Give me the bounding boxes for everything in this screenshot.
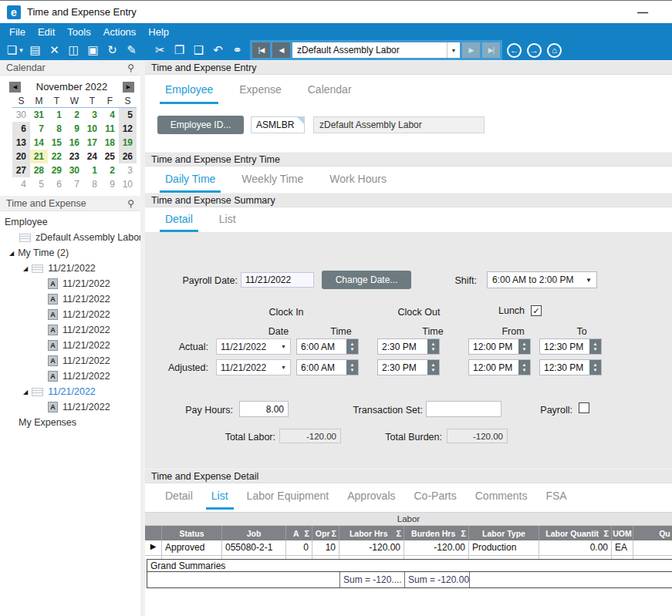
time-spinner-icon[interactable] <box>518 339 530 354</box>
tree-item[interactable]: ◢My Time (2) <box>0 245 140 261</box>
actual-date-combo[interactable]: 11/21/2022 <box>216 338 291 355</box>
home-icon[interactable]: ⌂ <box>547 43 562 58</box>
menu-item-help[interactable]: Help <box>142 26 175 38</box>
time-spinner-icon[interactable] <box>427 360 439 375</box>
paste-icon[interactable]: ❑ <box>189 41 208 59</box>
calendar-day[interactable]: 14 <box>30 136 48 150</box>
calendar-day[interactable]: 5 <box>119 108 137 122</box>
calendar-day[interactable]: 1 <box>83 163 101 177</box>
calendar-day[interactable]: 22 <box>48 150 66 163</box>
tree-item[interactable]: A11/21/2022 <box>0 353 140 369</box>
tree-item[interactable]: A11/21/2022 <box>0 338 140 353</box>
cut-icon[interactable]: ✂ <box>150 41 170 59</box>
tab-expense[interactable]: Expense <box>239 83 281 104</box>
calendar-day[interactable]: 4 <box>12 177 30 191</box>
tree-item[interactable]: zDefault Assembly Labor <box>0 230 140 245</box>
undo-icon[interactable]: ↶ <box>208 41 228 59</box>
calendar-day[interactable]: 30 <box>12 108 30 122</box>
tree-item[interactable]: A11/21/2022 <box>0 399 140 415</box>
adjusted-clock-in-time[interactable]: 6:00 AM <box>296 359 359 375</box>
calendar-day[interactable]: 29 <box>48 163 66 177</box>
tree-expander-icon[interactable]: ◢ <box>9 250 14 257</box>
search-icon[interactable]: ⚭ <box>228 41 247 59</box>
save-icon[interactable]: ▤ <box>25 41 45 59</box>
pin-icon[interactable] <box>127 62 134 73</box>
calendar-day[interactable]: 10 <box>83 122 101 136</box>
calendar-day[interactable]: 20 <box>12 150 30 163</box>
calendar-day[interactable]: 10 <box>119 177 137 191</box>
grid-col-uom[interactable]: UOM <box>612 526 633 540</box>
calendar-day[interactable]: 13 <box>12 136 30 150</box>
calendar-day[interactable]: 24 <box>83 150 101 163</box>
tab-comments[interactable]: Comments <box>475 490 528 510</box>
calendar-day[interactable]: 6 <box>48 177 66 191</box>
adjusted-lunch-to-time[interactable]: 12:30 PM <box>539 359 602 375</box>
adjusted-lunch-from-time[interactable]: 12:00 PM <box>468 359 531 375</box>
tree-expander-icon[interactable]: ◢ <box>23 389 28 396</box>
tree-item[interactable]: Employee <box>0 214 140 230</box>
tab-fsa[interactable]: FSA <box>545 490 566 510</box>
tab-detail[interactable]: Detail <box>165 213 193 232</box>
grid-cell-opr[interactable]: 10 <box>312 540 339 556</box>
refresh-icon[interactable]: ↻ <box>103 41 122 59</box>
calendar-day[interactable]: 25 <box>101 150 119 163</box>
calendar-next-month-button[interactable] <box>123 82 134 93</box>
time-spinner-icon[interactable] <box>346 360 358 375</box>
sigma-icon[interactable]: Σ <box>396 529 401 538</box>
calendar-day[interactable]: 31 <box>30 108 48 122</box>
attachment-icon[interactable]: ▣ <box>83 41 103 59</box>
first-record-button[interactable]: |◀ <box>252 42 270 58</box>
calendar-day[interactable]: 21 <box>30 150 48 163</box>
next-record-button[interactable]: ▶ <box>462 42 480 58</box>
calendar-day[interactable]: 18 <box>101 136 119 150</box>
calendar-day[interactable]: 16 <box>66 136 83 150</box>
tab-weekly-time[interactable]: Weekly Time <box>241 173 303 193</box>
grid-cell-qty[interactable] <box>633 540 672 556</box>
back-icon[interactable]: ← <box>507 43 522 58</box>
tab-co-parts[interactable]: Co-Parts <box>414 490 457 510</box>
time-spinner-icon[interactable] <box>589 360 601 375</box>
tree-expander-icon[interactable]: ◢ <box>23 265 28 272</box>
payroll-checkbox[interactable] <box>579 402 589 413</box>
tab-list[interactable]: List <box>211 490 228 510</box>
calendar-day[interactable]: 27 <box>12 163 30 177</box>
tab-detail[interactable]: Detail <box>165 490 193 510</box>
time-spinner-icon[interactable] <box>427 339 439 354</box>
time-spinner-icon[interactable] <box>518 360 530 375</box>
calendar-day[interactable]: 8 <box>48 122 66 136</box>
pin-icon[interactable] <box>127 198 134 209</box>
tree-item[interactable]: A11/21/2022 <box>0 307 140 322</box>
clear-icon[interactable]: ✎ <box>122 41 141 59</box>
calendar-day[interactable]: 2 <box>101 163 119 177</box>
grid-cell-labor-quantity[interactable]: 0.00 <box>539 540 612 556</box>
grid-col-labor-hrs[interactable]: Labor HrsΣ <box>339 526 404 540</box>
calendar-day[interactable]: 6 <box>12 122 30 136</box>
grid-col-a[interactable]: AΣ <box>286 526 312 540</box>
calendar-day[interactable]: 3 <box>83 108 101 122</box>
tab-labor-equipment[interactable]: Labor Equipment <box>247 490 329 510</box>
calendar-day[interactable]: 5 <box>30 177 48 191</box>
grid-col-labor-type[interactable]: Labor Type <box>469 526 539 540</box>
calendar-day[interactable]: 9 <box>101 177 119 191</box>
tree-item[interactable]: A11/21/2022 <box>0 322 140 338</box>
tab-approvals[interactable]: Approvals <box>347 490 395 510</box>
grid-cell-burden-hrs[interactable]: -120.00 <box>404 540 469 556</box>
time-spinner-icon[interactable] <box>346 339 358 354</box>
sigma-icon[interactable]: Σ <box>461 529 466 538</box>
sigma-icon[interactable]: Σ <box>304 529 309 538</box>
menu-item-file[interactable]: File <box>3 26 32 38</box>
tree-item[interactable]: A11/21/2022 <box>0 276 140 291</box>
record-combo[interactable]: zDefault Assembly Labor <box>292 42 460 58</box>
grid-col-status[interactable]: Status <box>162 526 222 540</box>
grid-col-labor-quantity[interactable]: Labor QuantitΣ <box>539 526 612 540</box>
calendar-day[interactable]: 3 <box>119 163 137 177</box>
transaction-set-input[interactable] <box>426 401 501 417</box>
sigma-icon[interactable]: Σ <box>603 529 609 538</box>
calendar-day[interactable]: 7 <box>30 122 48 136</box>
calendar-day[interactable]: 4 <box>101 108 119 122</box>
grid-cell-selector[interactable]: ▶ <box>145 540 162 556</box>
tab-list[interactable]: List <box>219 213 236 232</box>
lunch-checkbox[interactable] <box>531 305 542 316</box>
calendar-day[interactable]: 23 <box>66 150 83 163</box>
calendar-day[interactable]: 11 <box>101 122 119 136</box>
